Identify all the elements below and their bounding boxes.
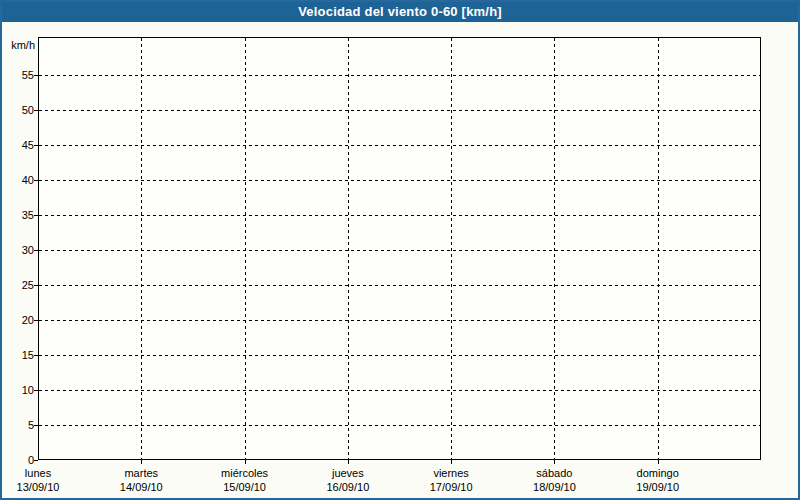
x-date: 15/09/10	[221, 480, 268, 494]
x-date: 16/09/10	[326, 480, 369, 494]
x-gridline	[554, 38, 555, 459]
y-tick-mark	[34, 390, 38, 391]
y-tick-mark	[34, 75, 38, 76]
y-tick-mark	[34, 425, 38, 426]
x-tick-label: jueves16/09/10	[326, 466, 369, 494]
y-gridline	[39, 355, 760, 356]
x-tick-label: martes14/09/10	[120, 466, 163, 494]
x-tick-label: viernes17/09/10	[430, 466, 473, 494]
y-gridline	[39, 110, 760, 111]
y-gridline	[39, 320, 760, 321]
x-tick-mark	[141, 460, 142, 464]
x-tick-mark	[245, 460, 246, 464]
y-tick-mark	[34, 320, 38, 321]
x-gridline	[141, 38, 142, 459]
y-tick-label: 45	[0, 138, 34, 152]
x-day-name: jueves	[326, 466, 369, 480]
y-gridline	[39, 285, 760, 286]
x-date: 18/09/10	[533, 480, 576, 494]
y-tick-mark	[34, 180, 38, 181]
y-tick-label: 15	[0, 348, 34, 362]
x-date: 19/09/10	[636, 480, 679, 494]
y-axis-unit-label: km/h	[0, 39, 35, 51]
y-tick-label: 25	[0, 278, 34, 292]
x-date: 13/09/10	[17, 480, 60, 494]
y-tick-mark	[34, 215, 38, 216]
x-tick-mark	[451, 460, 452, 464]
x-tick-mark	[348, 460, 349, 464]
x-tick-label: lunes13/09/10	[17, 466, 60, 494]
y-tick-label: 30	[0, 243, 34, 257]
x-day-name: sábado	[533, 466, 576, 480]
y-tick-label: 50	[0, 103, 34, 117]
y-tick-label: 40	[0, 173, 34, 187]
x-day-name: lunes	[17, 466, 60, 480]
y-gridline	[39, 75, 760, 76]
chart-title: Velocidad del viento 0-60 [km/h]	[298, 4, 502, 19]
y-tick-label: 10	[0, 383, 34, 397]
x-gridline	[451, 38, 452, 459]
x-gridline	[658, 38, 659, 459]
y-gridline	[39, 145, 760, 146]
x-tick-label: miércoles15/09/10	[221, 466, 268, 494]
y-tick-label: 5	[0, 418, 34, 432]
x-date: 14/09/10	[120, 480, 163, 494]
y-tick-mark	[34, 145, 38, 146]
x-tick-mark	[554, 460, 555, 464]
y-tick-label: 20	[0, 313, 34, 327]
y-tick-label: 35	[0, 208, 34, 222]
x-gridline	[245, 38, 246, 459]
y-tick-mark	[34, 250, 38, 251]
plot-area	[38, 37, 761, 460]
x-tick-label: sábado18/09/10	[533, 466, 576, 494]
x-date: 17/09/10	[430, 480, 473, 494]
y-gridline	[39, 180, 760, 181]
y-tick-mark	[34, 110, 38, 111]
chart-title-bar: Velocidad del viento 0-60 [km/h]	[0, 0, 800, 22]
y-gridline	[39, 425, 760, 426]
x-gridline	[348, 38, 349, 459]
x-day-name: domingo	[636, 466, 679, 480]
y-gridline	[39, 215, 760, 216]
y-tick-mark	[34, 460, 38, 461]
x-day-name: viernes	[430, 466, 473, 480]
y-tick-label: 0	[0, 453, 34, 467]
wind-speed-chart-panel: Velocidad del viento 0-60 [km/h] km/h 05…	[0, 0, 800, 500]
y-tick-mark	[34, 285, 38, 286]
y-tick-mark	[34, 355, 38, 356]
y-tick-label: 55	[0, 68, 34, 82]
x-tick-label: domingo19/09/10	[636, 466, 679, 494]
x-day-name: martes	[120, 466, 163, 480]
y-gridline	[39, 250, 760, 251]
x-day-name: miércoles	[221, 466, 268, 480]
x-tick-mark	[658, 460, 659, 464]
y-gridline	[39, 390, 760, 391]
